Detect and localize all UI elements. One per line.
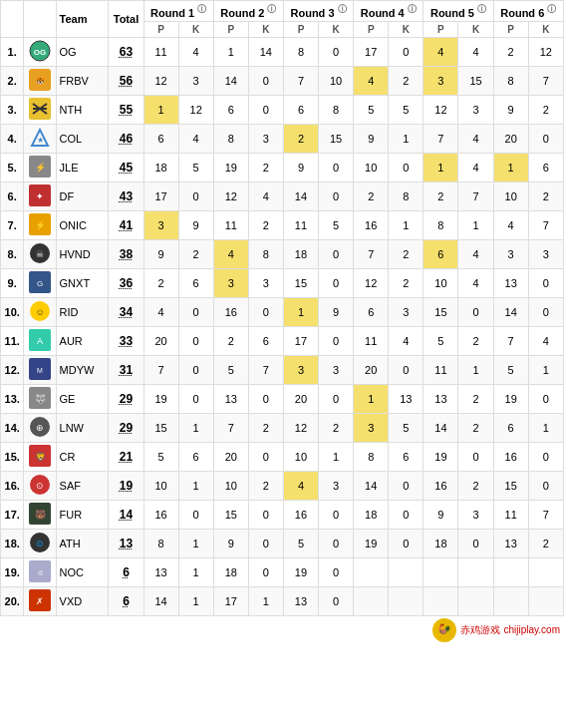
r2-p-cell: 1: [213, 37, 248, 66]
r3-p-cell: 8: [283, 37, 318, 66]
r5-p-cell: 4: [423, 37, 458, 66]
team-name-cell: AUR: [56, 326, 109, 355]
r3-k-cell: 0: [319, 37, 354, 66]
r6-p-cell: 3: [493, 239, 528, 268]
team-logo-cell: [24, 95, 56, 124]
r5-p-cell: 2: [423, 182, 458, 210]
round5-header: Round 5 ⓘ: [423, 1, 493, 22]
r5-k-cell: 15: [458, 66, 493, 95]
r6-k-cell: 6: [528, 153, 563, 182]
svg-text:🦁: 🦁: [34, 451, 46, 463]
r1-k-cell: 9: [178, 210, 213, 239]
r4-k-cell: 0: [389, 355, 423, 384]
r4-k-cell: 3: [389, 297, 423, 326]
r5-k-cell: 2: [458, 471, 493, 500]
r2-p-cell: 18: [213, 557, 248, 586]
r1-p-cell: 14: [143, 586, 178, 615]
r3-k-cell: 0: [319, 268, 354, 297]
round3-header: Round 3 ⓘ: [283, 1, 353, 22]
rank-cell: 16.: [1, 471, 24, 500]
team-name-cell: NOC: [56, 557, 109, 586]
team-name-cell: OG: [56, 37, 109, 66]
r1-k-cell: 1: [178, 413, 213, 442]
r1-k-cell: 0: [178, 326, 213, 355]
team-name-cell: RID: [56, 297, 109, 326]
r5-p-cell: [423, 586, 458, 615]
r5-k-cell: 4: [458, 124, 493, 153]
table-row: 4.★COL4664832159174200: [1, 124, 564, 153]
svg-text:✗: ✗: [36, 596, 44, 606]
r1-p-cell: 16: [143, 500, 178, 529]
r5-p-cell: 11: [423, 355, 458, 384]
r3-k-cell: 0: [319, 326, 354, 355]
r2-p-cell: 12: [213, 182, 248, 210]
r4-p-cell: [354, 557, 389, 586]
team-logo-cell: ★: [24, 124, 56, 153]
r2-k-cell: 4: [248, 182, 283, 210]
r5-k-cell: 3: [458, 95, 493, 124]
r4-k-cell: 0: [389, 529, 423, 557]
svg-text:✦: ✦: [36, 191, 44, 201]
table-row: 16.⊙SAF1910110243140162150: [1, 471, 564, 500]
round1-info-icon: ⓘ: [197, 4, 206, 14]
r3-p-cell: 17: [283, 326, 318, 355]
table-row: 19.⌾NOC6131180190: [1, 557, 564, 586]
r6-k-cell: 3: [528, 239, 563, 268]
svg-text:⊕: ⊕: [36, 423, 44, 433]
r6-k-cell: [528, 557, 563, 586]
total-cell: 34: [109, 297, 143, 326]
r3-p-cell: 3: [283, 355, 318, 384]
r4-p-cell: 12: [354, 268, 389, 297]
team-name-cell: JLE: [56, 153, 109, 182]
team-logo-cell: 🐯: [24, 66, 56, 95]
r4-k-cell: 2: [389, 268, 423, 297]
r1-p-cell: 9: [143, 239, 178, 268]
r5-k-cell: [458, 557, 493, 586]
total-cell: 46: [109, 124, 143, 153]
watermark: 🐓 赤鸡游戏 chijiplay.com: [0, 616, 564, 644]
r3-p-cell: 12: [283, 413, 318, 442]
svg-text:☠: ☠: [36, 249, 44, 259]
r2-k-cell: 3: [248, 124, 283, 153]
r4-p-cell: 10: [354, 153, 389, 182]
r4-p-cell: 8: [354, 442, 389, 471]
table-row: 10.☺RID34401601963150140: [1, 297, 564, 326]
rank-cell: 13.: [1, 384, 24, 413]
team-name-cell: MDYW: [56, 355, 109, 384]
r1-k-cell: 12: [178, 95, 213, 124]
r6-p-cell: 16: [493, 442, 528, 471]
r3-p-cell: 13: [283, 586, 318, 615]
team-name-cell: NTH: [56, 95, 109, 124]
r4-p-cell: 6: [354, 297, 389, 326]
r4-k-cell: 8: [389, 182, 423, 210]
r4-k-cell: 2: [389, 239, 423, 268]
team-name-cell: DF: [56, 182, 109, 210]
r2-p-cell: 4: [213, 239, 248, 268]
r5-k-cell: 2: [458, 326, 493, 355]
r5-k-cell: 4: [458, 153, 493, 182]
r6-k-cell: 0: [528, 442, 563, 471]
total-cell: 41: [109, 210, 143, 239]
r1-k-cell: 2: [178, 239, 213, 268]
r6-p-header: P: [493, 21, 528, 37]
svg-text:⚡: ⚡: [34, 162, 46, 174]
team-logo-cell: ✗: [24, 586, 56, 615]
r3-k-cell: 0: [319, 500, 354, 529]
r3-k-cell: 0: [319, 586, 354, 615]
r2-k-header: K: [248, 21, 283, 37]
r5-p-cell: 7: [423, 124, 458, 153]
r5-p-cell: 15: [423, 297, 458, 326]
rank-header: [1, 1, 24, 38]
r5-p-cell: 14: [423, 413, 458, 442]
r5-p-cell: 10: [423, 268, 458, 297]
r3-p-cell: 15: [283, 268, 318, 297]
r2-k-cell: 7: [248, 355, 283, 384]
total-cell: 29: [109, 413, 143, 442]
r2-k-cell: 0: [248, 557, 283, 586]
r6-k-cell: 7: [528, 66, 563, 95]
r3-p-cell: 9: [283, 153, 318, 182]
r4-k-cell: [389, 557, 423, 586]
team-logo-cell: 🐺: [24, 384, 56, 413]
r1-k-cell: 0: [178, 500, 213, 529]
r4-p-cell: 9: [354, 124, 389, 153]
